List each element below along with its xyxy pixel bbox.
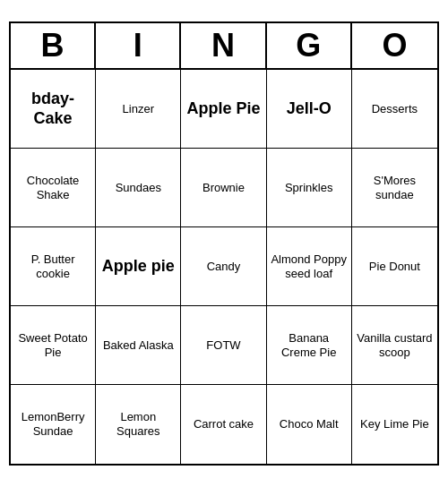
bingo-cell-10: P. Butter cookie	[11, 227, 96, 306]
header-letter-o: O	[352, 23, 437, 68]
bingo-cell-23: Choco Malt	[267, 385, 352, 464]
bingo-header: BINGO	[11, 23, 437, 70]
bingo-cell-4: Desserts	[352, 70, 437, 149]
header-letter-g: G	[267, 23, 352, 68]
header-letter-n: N	[181, 23, 266, 68]
bingo-cell-12: Candy	[181, 227, 266, 306]
header-letter-b: B	[11, 23, 96, 68]
bingo-cell-0: bday-Cake	[11, 70, 96, 149]
bingo-cell-3: Jell-O	[267, 70, 352, 149]
bingo-cell-16: Baked Alaska	[96, 306, 181, 385]
bingo-cell-18: Banana Creme Pie	[267, 306, 352, 385]
bingo-cell-7: Brownie	[181, 149, 266, 227]
bingo-cell-9: S'Mores sundae	[352, 149, 437, 227]
bingo-cell-1: Linzer	[96, 70, 181, 149]
bingo-cell-5: Chocolate Shake	[11, 149, 96, 227]
header-letter-i: I	[96, 23, 181, 68]
bingo-grid: bday-CakeLinzerApple PieJell-ODessertsCh…	[11, 70, 437, 464]
bingo-cell-13: Almond Poppy seed loaf	[267, 227, 352, 306]
bingo-cell-14: Pie Donut	[352, 227, 437, 306]
bingo-cell-24: Key Lime Pie	[352, 385, 437, 464]
bingo-card: BINGO bday-CakeLinzerApple PieJell-ODess…	[9, 21, 439, 466]
bingo-cell-6: Sundaes	[96, 149, 181, 227]
bingo-cell-22: Carrot cake	[181, 385, 266, 464]
bingo-cell-8: Sprinkles	[267, 149, 352, 227]
bingo-cell-20: LemonBerry Sundae	[11, 385, 96, 464]
bingo-cell-11: Apple pie	[96, 227, 181, 306]
bingo-cell-17: FOTW	[181, 306, 266, 385]
bingo-cell-15: Sweet Potato Pie	[11, 306, 96, 385]
bingo-cell-2: Apple Pie	[181, 70, 266, 149]
bingo-cell-19: Vanilla custard scoop	[352, 306, 437, 385]
bingo-cell-21: Lemon Squares	[96, 385, 181, 464]
